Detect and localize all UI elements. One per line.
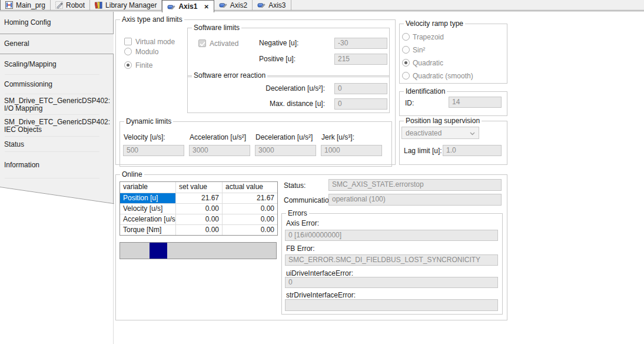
table-row-acceleration[interactable]: Acceleration [u/s²] 0.00 0.00 (120, 214, 277, 224)
activated-label: Activated (210, 39, 238, 48)
tab-label: Axis2 (230, 1, 247, 9)
axis-config-editor: Main_prg Robot Library Manager Axis1 ✕ A… (0, 0, 644, 344)
tab-label: Library Manager (105, 1, 157, 9)
acceleration-limit-label: Acceleration [u/s²] (190, 133, 246, 141)
deceleration-limit-label: Deceleration [u/s²] (255, 133, 313, 141)
lag-limit-label: Lag limit [u]: (404, 147, 442, 155)
col-header-variable[interactable]: variable (120, 182, 176, 193)
finite-label: Finite (135, 61, 152, 70)
table-row-velocity[interactable]: Velocity [u/s] 0.00 0.00 (120, 203, 277, 214)
group-label: Software error reaction (192, 72, 267, 80)
virtual-mode-checkbox[interactable] (124, 38, 132, 45)
table-row-position[interactable]: Position [u] 21.67 21.67 (120, 193, 277, 203)
jerk-limit-field[interactable]: 1000 (321, 145, 382, 156)
axis-drive-icon (167, 3, 175, 11)
deceleration-label: Deceleration [u/s²]: (243, 84, 325, 92)
col-header-actual-value[interactable]: actual value (223, 182, 277, 193)
finite-radio[interactable] (124, 61, 132, 69)
tab-library-manager[interactable]: Library Manager (90, 0, 162, 10)
max-distance-field[interactable]: 0 (334, 98, 387, 110)
id-label: ID: (405, 99, 414, 107)
jerk-limit-label: Jerk [u/s³]: (321, 133, 354, 141)
velocity-limit-label: Velocity [u/s]: (124, 133, 165, 141)
tab-label: Main_prg (16, 1, 45, 9)
sidebar-faint-border (113, 203, 114, 344)
modulo-label: Modulo (135, 48, 158, 56)
acceleration-limit-field[interactable]: 3000 (189, 145, 250, 156)
quadratic-smooth-radio[interactable] (402, 72, 410, 80)
max-distance-label: Max. distance [u]: (243, 100, 325, 108)
group-label: Software limits (192, 24, 241, 32)
activated-checkbox[interactable] (198, 39, 206, 47)
tabbar-divider-2 (0, 11, 644, 12)
communication-field[interactable]: operational (100) (328, 194, 502, 206)
online-values-table: variable set value actual value Position… (119, 181, 278, 236)
velocity-limit-field[interactable]: 500 (123, 145, 184, 156)
fb-error-label: FB Error: (286, 244, 315, 253)
axis-drive-icon (257, 1, 265, 9)
str-drive-interface-error-label: strDriveInterfaceError: (286, 291, 356, 299)
ui-drive-interface-error-field[interactable]: 0 (285, 277, 498, 288)
position-lag-mode-select[interactable]: deactivated (401, 127, 479, 139)
trapezoid-radio[interactable] (402, 33, 410, 41)
sidebar-border-top (113, 12, 114, 34)
negative-limit-label: Negative [u]: (259, 39, 298, 47)
group-label: Online (120, 171, 144, 178)
position-bar-fill (150, 243, 168, 259)
str-drive-interface-error-field[interactable] (285, 299, 498, 311)
sidebar-item-io-mapping[interactable]: SM_Drive_ETC_GenericDSP402: I/O Mapping (0, 94, 114, 115)
positive-limit-label: Positive [u]: (259, 55, 296, 63)
sidebar-item-homing-config[interactable]: Homing Config (0, 12, 114, 34)
table-row-torque[interactable]: Torque [Nm] 0.00 0.00 (120, 224, 277, 235)
deceleration-field[interactable]: 0 (334, 83, 387, 94)
tab-label: Axis1 (178, 2, 197, 11)
position-range-bar (119, 242, 277, 259)
sidebar-item-general[interactable]: General (0, 34, 114, 54)
quadratic-smooth-label: Quadratic (smooth) (413, 72, 473, 80)
tabbar-divider (0, 10, 644, 11)
deceleration-limit-field[interactable]: 3000 (255, 145, 316, 156)
ui-drive-interface-error-label: uiDriveInterfaceError: (286, 269, 353, 277)
tab-label: Axis3 (268, 1, 286, 9)
axis-error-field[interactable]: 0 [16#00000000] (285, 230, 498, 241)
tab-axis2[interactable]: Axis2 (214, 0, 253, 10)
pou-icon (5, 1, 13, 9)
chevron-down-icon (470, 132, 475, 135)
id-field[interactable]: 14 (449, 97, 502, 108)
col-header-set-value[interactable]: set value (176, 182, 223, 193)
sidebar-item-status[interactable]: Status (0, 137, 114, 152)
quadratic-label: Quadratic (413, 59, 443, 67)
modulo-radio[interactable] (124, 48, 132, 55)
position-lag-mode-value: deactivated (406, 129, 441, 137)
tab-main-prg[interactable]: Main_prg (1, 0, 51, 10)
sidebar-item-iec-objects[interactable]: SM_Drive_ETC_GenericDSP402: IEC Objects (0, 115, 114, 137)
fb-error-field[interactable]: SMC_ERROR.SMC_DI_FIELDBUS_LOST_SYNCRONIC… (285, 254, 498, 266)
tab-axis1[interactable]: Axis1 ✕ (162, 0, 214, 12)
quadratic-radio[interactable] (402, 59, 410, 67)
table-header-row: variable set value actual value (120, 182, 277, 193)
sidebar-item-scaling-mapping[interactable]: Scaling/Mapping (0, 54, 114, 75)
group-label: Axis type and limits (120, 16, 184, 24)
library-books-icon (95, 1, 102, 9)
group-label: Dynamic limits (124, 118, 173, 125)
sidebar-item-commissioning[interactable]: Commissioning (0, 75, 114, 94)
group-label: Errors (286, 210, 309, 217)
close-icon[interactable]: ✕ (204, 4, 208, 10)
group-label: Identification (404, 88, 447, 95)
group-software-limits: Software limits (187, 28, 390, 77)
negative-limit-field[interactable]: -30 (334, 38, 387, 49)
communication-label: Communication: (284, 196, 335, 204)
lag-limit-field[interactable]: 1.0 (443, 145, 502, 156)
sidebar-item-information[interactable]: Information (0, 152, 114, 178)
positive-limit-field[interactable]: 215 (334, 54, 387, 65)
virtual-mode-label: Virtual mode (135, 38, 175, 46)
tab-robot[interactable]: Robot (51, 0, 90, 10)
group-label: Velocity ramp type (404, 20, 465, 28)
sin2-radio[interactable] (402, 46, 410, 54)
robot-pencil-icon (55, 1, 63, 9)
tab-axis3[interactable]: Axis3 (253, 0, 291, 10)
sin2-label: Sin² (413, 46, 425, 54)
group-label: Position lag supervision (404, 117, 482, 125)
status-field[interactable]: SMC_AXIS_STATE.errorstop (328, 179, 502, 191)
sidebar-border-bottom (113, 54, 114, 203)
